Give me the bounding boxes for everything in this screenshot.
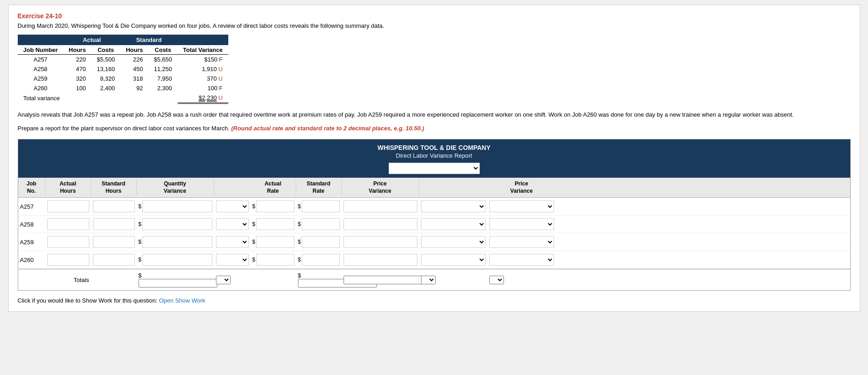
price-variance-input-a258[interactable] (344, 218, 417, 230)
col-head-qty-type (214, 194, 251, 195)
price-var2-select-a257[interactable]: F U (489, 200, 554, 212)
month-select[interactable]: March (389, 163, 480, 174)
summary-variance: 370 U (178, 74, 228, 83)
qty-variance-input-a257[interactable] (142, 200, 212, 212)
report-subtitle: Direct Labor Variance Report (20, 152, 848, 159)
totals-qty-variance-input[interactable] (139, 279, 217, 288)
col-std-costs: Costs (149, 45, 178, 55)
actual-rate-cell-a258: $ (251, 218, 296, 230)
col-actual-hours: Hours (63, 45, 92, 55)
qty-type-select-a258[interactable]: F U (216, 218, 249, 230)
actual-rate-input-a258[interactable] (256, 218, 294, 230)
price-type-select-a259[interactable]: F U (421, 236, 486, 248)
qty-dollar-a257: $ (139, 203, 142, 210)
actual-rate-input-a257[interactable] (256, 200, 294, 212)
show-work: Click if you would like to Show Work for… (18, 297, 851, 304)
qty-type-cell-a259: F U (214, 236, 251, 248)
std-hours-input-a258[interactable] (93, 218, 135, 230)
actual-rate-input-a259[interactable] (256, 236, 294, 248)
actual-hours-input-a260[interactable] (47, 254, 89, 266)
price-variance-input-a257[interactable] (344, 200, 417, 212)
job-number-header-blank (18, 35, 63, 45)
report-job-label-a257: A257 (18, 203, 46, 210)
show-work-label: Click if you would like to Show Work for… (18, 297, 158, 304)
actual-hours-cell-a257 (46, 200, 91, 212)
qty-type-select-a259[interactable]: F U (216, 236, 249, 248)
qty-variance-input-a260[interactable] (142, 254, 212, 266)
actual-rate-dollar-a258: $ (252, 221, 256, 227)
report-row-a257: A257 $ F U $ (18, 198, 850, 216)
totals-price-var (342, 276, 419, 284)
std-rate-input-a257[interactable] (302, 200, 339, 212)
actual-hours-input-a257[interactable] (47, 200, 89, 212)
summary-job: A258 (18, 64, 63, 74)
summary-table: Actual Standard Job Number Hours Costs H… (18, 35, 229, 104)
summary-actual-costs: 8,320 (91, 74, 120, 83)
std-rate-input-a260[interactable] (302, 254, 339, 266)
qty-type-cell-a257: F U (214, 200, 251, 212)
qty-type-cell-a260: F U (214, 254, 251, 266)
std-hours-input-a259[interactable] (93, 236, 135, 248)
actual-rate-input-a260[interactable] (256, 254, 294, 266)
price-type-select-a257[interactable]: F U (421, 200, 486, 212)
open-show-work-link[interactable]: Open Show Work (159, 297, 205, 304)
summary-actual-hours: 320 (63, 74, 92, 83)
report-rows: A257 $ F U $ (18, 198, 850, 269)
std-rate-cell-a259: $ (296, 236, 342, 248)
actual-rate-dollar-a257: $ (252, 203, 256, 210)
summary-job: A257 (18, 55, 63, 65)
totals-price-variance2-select[interactable]: F U (489, 276, 504, 284)
totals-qty-type-select[interactable]: F U (216, 276, 231, 284)
col-head-price-variance: PriceVariance (342, 180, 419, 195)
price-variance-input-a260[interactable] (344, 254, 417, 266)
price-var-cell-a259 (342, 236, 419, 248)
price-var2-select-a258[interactable]: F U (489, 218, 554, 230)
actual-group-header: Actual (63, 35, 120, 45)
report-col-headers: JobNo. ActualHours StandardHours Quantit… (18, 178, 850, 198)
report-job-label-a259: A259 (18, 239, 46, 246)
price-type-cell-a258: F U (419, 218, 488, 230)
summary-std-costs: $5,650 (149, 55, 178, 65)
summary-variance: $150 F (178, 55, 228, 65)
actual-hours-input-a258[interactable] (47, 218, 89, 230)
price-var-cell-a258 (342, 218, 419, 230)
analysis-text: Analysis reveals that Job A257 was a rep… (18, 110, 851, 119)
totals-price-variance2: F U (488, 276, 556, 284)
qty-type-select-a257[interactable]: F U (216, 200, 249, 212)
std-rate-input-a258[interactable] (302, 218, 339, 230)
col-head-standard-hours: StandardHours (91, 180, 137, 195)
totals-price-type-select[interactable]: F U (421, 276, 436, 284)
col-head-standard-rate: StandardRate (296, 180, 342, 195)
summary-std-costs: 7,950 (149, 74, 178, 83)
totals-std-dollar: $ (298, 272, 301, 279)
price-var2-cell-a259: F U (488, 236, 556, 248)
summary-std-hours: 318 (120, 74, 149, 83)
qty-variance-input-a259[interactable] (142, 236, 212, 248)
total-variance-label: Total variance (18, 93, 178, 103)
std-hours-cell-a257 (91, 200, 137, 212)
std-hours-input-a257[interactable] (93, 200, 135, 212)
actual-hours-cell-a259 (46, 236, 91, 248)
price-var2-cell-a258: F U (488, 218, 556, 230)
company-name: WHISPERING TOOL & DIE COMPANY (20, 144, 848, 151)
price-type-select-a260[interactable]: F U (421, 254, 486, 266)
price-var2-select-a259[interactable]: F U (489, 236, 554, 248)
qty-type-select-a260[interactable]: F U (216, 254, 249, 266)
price-variance-input-a259[interactable] (344, 236, 417, 248)
price-type-cell-a259: F U (419, 236, 488, 248)
summary-actual-hours: 470 (63, 64, 92, 74)
actual-hours-cell-a258 (46, 218, 91, 230)
actual-hours-input-a259[interactable] (47, 236, 89, 248)
std-hours-input-a260[interactable] (93, 254, 135, 266)
price-var2-select-a260[interactable]: F U (489, 254, 554, 266)
qty-variance-input-a258[interactable] (142, 218, 212, 230)
summary-std-costs: 11,250 (149, 64, 178, 74)
standard-group-header: Standard (120, 35, 177, 45)
col-head-price-type (419, 194, 488, 195)
totals-price-variance-input[interactable] (344, 276, 422, 284)
std-rate-input-a259[interactable] (302, 236, 339, 248)
price-var-cell-a260 (342, 254, 419, 266)
price-type-select-a258[interactable]: F U (421, 218, 486, 230)
report-header: WHISPERING TOOL & DIE COMPANY Direct Lab… (18, 139, 850, 178)
totals-label: Totals (46, 277, 91, 283)
